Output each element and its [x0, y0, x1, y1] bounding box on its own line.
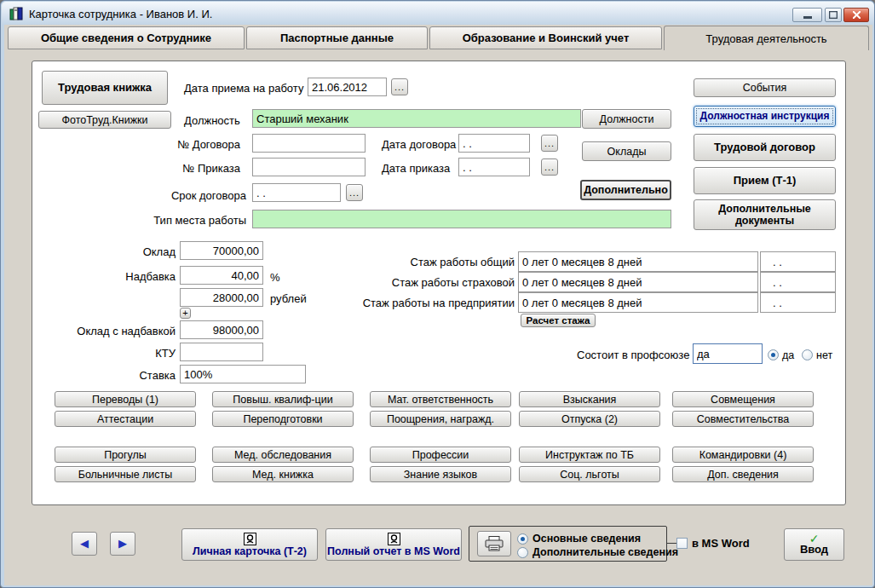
- button-label: Переподготовки: [243, 413, 322, 425]
- contract-no-input[interactable]: [252, 134, 366, 153]
- contract-date-input[interactable]: [458, 134, 530, 153]
- word-checkbox[interactable]: [676, 538, 688, 549]
- button-label: Должности: [600, 113, 654, 125]
- contract-date-browse-button[interactable]: ...: [541, 135, 558, 152]
- print-additional-radio[interactable]: [517, 547, 528, 558]
- experience-company-input[interactable]: [518, 292, 758, 313]
- bonus-percent-input[interactable]: [180, 266, 263, 285]
- bonus-rub-input[interactable]: [180, 288, 263, 307]
- union-label: Состоит в профсоюзе: [577, 349, 689, 361]
- events-button[interactable]: События: [694, 78, 836, 97]
- person-card-icon: [244, 533, 256, 545]
- tab-general-info[interactable]: Общие сведения о Сотруднике: [8, 26, 245, 49]
- vacations-button[interactable]: Отпуска (2): [519, 411, 660, 427]
- experience-insurance-input[interactable]: [518, 272, 758, 292]
- print-additional-label: Дополнительные сведения: [532, 546, 678, 558]
- hire-date-browse-button[interactable]: ...: [391, 78, 408, 95]
- contract-term-input[interactable]: [252, 183, 341, 202]
- button-label: Личная карточка (Т-2): [193, 545, 307, 557]
- hire-date-label: Дата приема на работу: [184, 82, 303, 95]
- languages-button[interactable]: Знание языков: [370, 466, 511, 482]
- absences-button[interactable]: Прогулы: [55, 447, 196, 463]
- maximize-button[interactable]: [825, 8, 842, 22]
- qualification-upgrade-button[interactable]: Повыш. квалиф-ции: [212, 391, 354, 407]
- minimize-button[interactable]: [792, 8, 822, 22]
- calc-experience-button[interactable]: Расчет стажа: [521, 314, 596, 327]
- ktu-input[interactable]: [180, 343, 263, 361]
- labor-book-button[interactable]: Трудовая книжка: [42, 71, 168, 105]
- prev-arrow-icon: ◀: [80, 538, 89, 551]
- button-label: Повыш. квалиф-ции: [233, 394, 332, 406]
- rate-input[interactable]: [180, 365, 306, 383]
- sick-leaves-button[interactable]: Больничные листы: [55, 466, 196, 482]
- positions-button[interactable]: Должности: [582, 109, 671, 129]
- printer-icon: [485, 536, 504, 551]
- photo-labor-book-button[interactable]: ФотоТруд.Книжки: [38, 111, 171, 129]
- next-record-button[interactable]: ▶: [110, 532, 135, 556]
- contract-term-browse-button[interactable]: ...: [346, 184, 363, 201]
- safety-briefing-button[interactable]: Инструктаж по ТБ: [519, 447, 660, 463]
- medical-book-button[interactable]: Мед. книжка: [212, 466, 354, 482]
- enter-button[interactable]: ✓ Ввод: [784, 528, 844, 561]
- additional-button[interactable]: Дополнительно: [580, 180, 671, 200]
- tab-passport-data[interactable]: Паспортные данные: [246, 26, 428, 49]
- order-no-label: № Приказа: [154, 162, 240, 175]
- union-yes-label: да: [782, 349, 794, 361]
- print-button[interactable]: [477, 531, 511, 556]
- penalties-button[interactable]: Взыскания: [519, 391, 660, 407]
- experience-total-date-input[interactable]: [760, 251, 836, 272]
- business-trips-button[interactable]: Командировки (4): [672, 447, 814, 463]
- button-label: Должностная инструкция: [700, 111, 830, 122]
- hiring-t1-button[interactable]: Прием (Т-1): [694, 167, 836, 194]
- social-benefits-button[interactable]: Соц. льготы: [519, 466, 660, 482]
- tab-label: Образование и Воинский учет: [463, 32, 630, 44]
- workplace-type-input[interactable]: [252, 210, 671, 228]
- rewards-button[interactable]: Поощрения, награжд.: [370, 411, 511, 427]
- retraining-button[interactable]: Переподготовки: [212, 411, 354, 427]
- transfers-button[interactable]: Переводы (1): [55, 391, 196, 407]
- position-input[interactable]: [252, 109, 581, 128]
- combined-posts-button[interactable]: Совмещения: [672, 391, 814, 407]
- print-main-radio[interactable]: [517, 533, 528, 545]
- employee-card-window: Карточка сотрудника - Иванов И. И. Общие…: [0, 0, 875, 588]
- professions-button[interactable]: Профессии: [370, 447, 511, 463]
- prev-record-button[interactable]: ◀: [72, 532, 97, 556]
- experience-total-input[interactable]: [518, 251, 758, 272]
- tab-label: Трудовая деятельность: [705, 32, 826, 45]
- button-label: Переводы (1): [92, 394, 158, 406]
- tab-label: Общие сведения о Сотруднике: [41, 32, 211, 44]
- union-input[interactable]: [693, 343, 763, 364]
- medical-examinations-button[interactable]: Мед. обследования: [212, 447, 354, 463]
- hire-date-input[interactable]: [308, 78, 387, 96]
- order-no-input[interactable]: [252, 158, 366, 176]
- job-instruction-button[interactable]: Должностная инструкция: [694, 106, 836, 127]
- tab-work-activity[interactable]: Трудовая деятельность: [664, 26, 869, 50]
- button-label: Расчет стажа: [527, 315, 590, 326]
- additional-documents-button[interactable]: Дополнительные документы: [694, 199, 836, 230]
- experience-insurance-date-input[interactable]: [760, 272, 836, 292]
- salary-input[interactable]: [180, 241, 263, 260]
- salaries-button[interactable]: Оклады: [582, 141, 671, 161]
- full-report-word-button[interactable]: Полный отчет в MS Word: [325, 528, 462, 561]
- salary-with-bonus-input[interactable]: [180, 320, 263, 339]
- experience-company-date-input[interactable]: [760, 292, 836, 313]
- union-yes-radio[interactable]: [768, 349, 779, 360]
- labor-contract-button[interactable]: Трудовой договор: [694, 134, 836, 161]
- tab-label: Паспортные данные: [280, 32, 394, 44]
- plus-button[interactable]: +: [180, 308, 191, 319]
- button-label: Прогулы: [104, 449, 147, 461]
- attestations-button[interactable]: Аттестации: [55, 411, 196, 427]
- order-date-input[interactable]: [458, 158, 530, 176]
- word-checkbox-label: в MS Word: [692, 537, 750, 550]
- close-button[interactable]: [843, 8, 869, 22]
- order-date-browse-button[interactable]: ...: [541, 159, 558, 176]
- union-no-radio[interactable]: [802, 349, 813, 360]
- secondary-jobs-button[interactable]: Совместительства: [672, 411, 814, 427]
- additional-info-button[interactable]: Доп. сведения: [672, 466, 814, 482]
- material-responsibility-button[interactable]: Мат. ответственность: [370, 391, 511, 407]
- experience-total-label: Стаж работы общий: [359, 256, 515, 268]
- ellipsis-icon: ...: [544, 162, 555, 172]
- personal-card-t2-button[interactable]: Личная карточка (Т-2): [181, 528, 318, 561]
- title-bar[interactable]: Карточка сотрудника - Иванов И. И.: [2, 2, 874, 25]
- tab-education-military[interactable]: Образование и Воинский учет: [429, 26, 662, 49]
